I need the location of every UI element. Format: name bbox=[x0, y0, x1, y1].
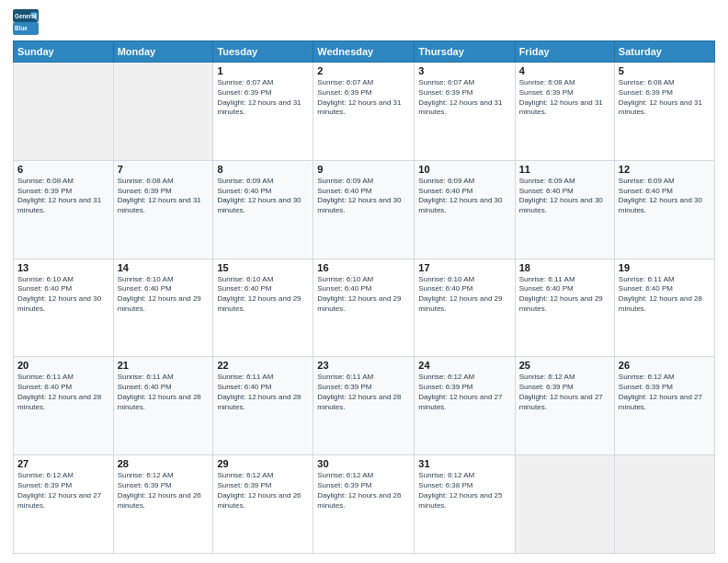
day-number: 15 bbox=[217, 262, 309, 273]
day-number: 19 bbox=[619, 262, 711, 273]
day-info: Sunrise: 6:12 AM Sunset: 6:39 PM Dayligh… bbox=[317, 471, 410, 511]
calendar-cell: 17Sunrise: 6:10 AM Sunset: 6:40 PM Dayli… bbox=[415, 259, 515, 357]
day-info: Sunrise: 6:11 AM Sunset: 6:40 PM Dayligh… bbox=[217, 373, 309, 412]
day-number: 4 bbox=[519, 65, 610, 76]
calendar-cell bbox=[14, 63, 114, 161]
calendar-week-2: 6Sunrise: 6:08 AM Sunset: 6:39 PM Daylig… bbox=[14, 160, 715, 259]
calendar-cell: 31Sunrise: 6:12 AM Sunset: 6:38 PM Dayli… bbox=[415, 455, 515, 554]
day-info: Sunrise: 6:12 AM Sunset: 6:39 PM Dayligh… bbox=[217, 471, 309, 511]
day-number: 25 bbox=[519, 360, 610, 371]
day-number: 28 bbox=[118, 458, 210, 469]
calendar-cell: 4Sunrise: 6:08 AM Sunset: 6:39 PM Daylig… bbox=[515, 63, 614, 161]
weekday-header-thursday: Thursday bbox=[415, 41, 515, 63]
day-info: Sunrise: 6:11 AM Sunset: 6:40 PM Dayligh… bbox=[619, 275, 711, 315]
calendar-cell: 24Sunrise: 6:12 AM Sunset: 6:39 PM Dayli… bbox=[415, 357, 515, 455]
day-number: 6 bbox=[17, 164, 109, 175]
header: General Blue bbox=[13, 9, 715, 35]
calendar-cell: 28Sunrise: 6:12 AM Sunset: 6:39 PM Dayli… bbox=[113, 455, 213, 554]
day-info: Sunrise: 6:10 AM Sunset: 6:40 PM Dayligh… bbox=[217, 275, 309, 315]
calendar-cell: 26Sunrise: 6:12 AM Sunset: 6:39 PM Dayli… bbox=[614, 357, 714, 455]
day-number: 21 bbox=[118, 360, 210, 371]
calendar-cell: 12Sunrise: 6:09 AM Sunset: 6:40 PM Dayli… bbox=[614, 160, 714, 259]
day-info: Sunrise: 6:12 AM Sunset: 6:39 PM Dayligh… bbox=[118, 471, 210, 511]
calendar-cell: 6Sunrise: 6:08 AM Sunset: 6:39 PM Daylig… bbox=[14, 160, 114, 259]
day-number: 23 bbox=[317, 360, 410, 371]
calendar-week-5: 27Sunrise: 6:12 AM Sunset: 6:39 PM Dayli… bbox=[14, 455, 715, 554]
calendar-week-1: 1Sunrise: 6:07 AM Sunset: 6:39 PM Daylig… bbox=[14, 63, 715, 161]
calendar-cell: 8Sunrise: 6:09 AM Sunset: 6:40 PM Daylig… bbox=[213, 160, 313, 259]
day-info: Sunrise: 6:09 AM Sunset: 6:40 PM Dayligh… bbox=[418, 177, 510, 216]
day-number: 2 bbox=[317, 65, 410, 76]
day-number: 20 bbox=[17, 360, 109, 371]
day-info: Sunrise: 6:12 AM Sunset: 6:39 PM Dayligh… bbox=[519, 373, 610, 412]
day-info: Sunrise: 6:12 AM Sunset: 6:38 PM Dayligh… bbox=[418, 471, 510, 511]
calendar-cell bbox=[614, 455, 714, 554]
day-number: 12 bbox=[619, 164, 711, 175]
calendar-cell: 18Sunrise: 6:11 AM Sunset: 6:40 PM Dayli… bbox=[515, 259, 614, 357]
day-number: 29 bbox=[217, 458, 309, 469]
calendar-week-4: 20Sunrise: 6:11 AM Sunset: 6:40 PM Dayli… bbox=[14, 357, 715, 455]
day-info: Sunrise: 6:11 AM Sunset: 6:40 PM Dayligh… bbox=[118, 373, 210, 412]
day-number: 3 bbox=[418, 65, 510, 76]
day-info: Sunrise: 6:12 AM Sunset: 6:39 PM Dayligh… bbox=[619, 373, 711, 412]
day-number: 7 bbox=[118, 164, 210, 175]
calendar-cell: 5Sunrise: 6:08 AM Sunset: 6:39 PM Daylig… bbox=[614, 63, 714, 161]
day-info: Sunrise: 6:11 AM Sunset: 6:39 PM Dayligh… bbox=[317, 373, 410, 412]
day-number: 11 bbox=[519, 164, 610, 175]
calendar-cell: 9Sunrise: 6:09 AM Sunset: 6:40 PM Daylig… bbox=[313, 160, 415, 259]
weekday-header-tuesday: Tuesday bbox=[213, 41, 313, 63]
logo: General Blue bbox=[13, 9, 39, 35]
calendar-cell: 29Sunrise: 6:12 AM Sunset: 6:39 PM Dayli… bbox=[213, 455, 313, 554]
day-number: 13 bbox=[17, 262, 109, 273]
day-info: Sunrise: 6:10 AM Sunset: 6:40 PM Dayligh… bbox=[17, 275, 109, 315]
calendar-header-row: SundayMondayTuesdayWednesdayThursdayFrid… bbox=[14, 41, 715, 63]
weekday-header-saturday: Saturday bbox=[614, 41, 714, 63]
day-info: Sunrise: 6:09 AM Sunset: 6:40 PM Dayligh… bbox=[619, 177, 711, 216]
calendar-cell: 14Sunrise: 6:10 AM Sunset: 6:40 PM Dayli… bbox=[113, 259, 213, 357]
calendar-cell bbox=[515, 455, 614, 554]
day-number: 18 bbox=[519, 262, 610, 273]
calendar-cell: 15Sunrise: 6:10 AM Sunset: 6:40 PM Dayli… bbox=[213, 259, 313, 357]
day-number: 5 bbox=[619, 65, 711, 76]
day-number: 10 bbox=[418, 164, 510, 175]
day-info: Sunrise: 6:12 AM Sunset: 6:39 PM Dayligh… bbox=[418, 373, 510, 412]
day-info: Sunrise: 6:11 AM Sunset: 6:40 PM Dayligh… bbox=[519, 275, 610, 315]
day-number: 27 bbox=[17, 458, 109, 469]
calendar-cell: 22Sunrise: 6:11 AM Sunset: 6:40 PM Dayli… bbox=[213, 357, 313, 455]
svg-text:Blue: Blue bbox=[15, 25, 28, 31]
day-info: Sunrise: 6:08 AM Sunset: 6:39 PM Dayligh… bbox=[118, 177, 210, 216]
day-info: Sunrise: 6:12 AM Sunset: 6:39 PM Dayligh… bbox=[17, 471, 109, 511]
calendar-cell: 27Sunrise: 6:12 AM Sunset: 6:39 PM Dayli… bbox=[14, 455, 114, 554]
day-info: Sunrise: 6:10 AM Sunset: 6:40 PM Dayligh… bbox=[118, 275, 210, 315]
day-info: Sunrise: 6:07 AM Sunset: 6:39 PM Dayligh… bbox=[217, 78, 309, 118]
day-number: 31 bbox=[418, 458, 510, 469]
calendar-cell: 1Sunrise: 6:07 AM Sunset: 6:39 PM Daylig… bbox=[213, 63, 313, 161]
day-info: Sunrise: 6:07 AM Sunset: 6:39 PM Dayligh… bbox=[418, 78, 510, 118]
calendar-cell: 20Sunrise: 6:11 AM Sunset: 6:40 PM Dayli… bbox=[14, 357, 114, 455]
calendar-cell: 3Sunrise: 6:07 AM Sunset: 6:39 PM Daylig… bbox=[415, 63, 515, 161]
day-info: Sunrise: 6:07 AM Sunset: 6:39 PM Dayligh… bbox=[317, 78, 410, 118]
day-info: Sunrise: 6:11 AM Sunset: 6:40 PM Dayligh… bbox=[17, 373, 109, 412]
calendar-cell bbox=[113, 63, 213, 161]
day-info: Sunrise: 6:09 AM Sunset: 6:40 PM Dayligh… bbox=[519, 177, 610, 216]
day-number: 1 bbox=[217, 65, 309, 76]
day-number: 22 bbox=[217, 360, 309, 371]
day-number: 16 bbox=[317, 262, 410, 273]
logo-icon: General Blue bbox=[13, 9, 39, 35]
weekday-header-wednesday: Wednesday bbox=[313, 41, 415, 63]
calendar-cell: 7Sunrise: 6:08 AM Sunset: 6:39 PM Daylig… bbox=[113, 160, 213, 259]
page: General Blue SundayMondayTuesdayWednesda… bbox=[0, 0, 728, 563]
calendar-cell: 2Sunrise: 6:07 AM Sunset: 6:39 PM Daylig… bbox=[313, 63, 415, 161]
day-number: 14 bbox=[118, 262, 210, 273]
day-number: 9 bbox=[317, 164, 410, 175]
calendar-table: SundayMondayTuesdayWednesdayThursdayFrid… bbox=[13, 40, 715, 554]
day-number: 24 bbox=[418, 360, 510, 371]
calendar-cell: 16Sunrise: 6:10 AM Sunset: 6:40 PM Dayli… bbox=[313, 259, 415, 357]
calendar-cell: 11Sunrise: 6:09 AM Sunset: 6:40 PM Dayli… bbox=[515, 160, 614, 259]
calendar-cell: 21Sunrise: 6:11 AM Sunset: 6:40 PM Dayli… bbox=[113, 357, 213, 455]
day-number: 30 bbox=[317, 458, 410, 469]
day-info: Sunrise: 6:08 AM Sunset: 6:39 PM Dayligh… bbox=[17, 177, 109, 216]
calendar-cell: 23Sunrise: 6:11 AM Sunset: 6:39 PM Dayli… bbox=[313, 357, 415, 455]
day-number: 26 bbox=[619, 360, 711, 371]
day-info: Sunrise: 6:10 AM Sunset: 6:40 PM Dayligh… bbox=[418, 275, 510, 315]
